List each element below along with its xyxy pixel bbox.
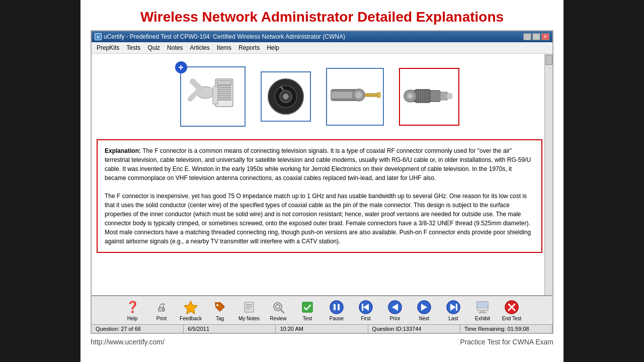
menu-articles[interactable]: Articles: [187, 43, 212, 52]
page-title: Wireless Network Administrator Detailed …: [80, 0, 564, 30]
menu-items[interactable]: Items: [214, 43, 234, 52]
print-label: Print: [156, 316, 167, 321]
svg-rect-63: [477, 302, 488, 308]
exhibit-button[interactable]: Exhibit: [469, 298, 496, 322]
next-button[interactable]: Next: [411, 298, 438, 322]
title-bar-controls: _ □ ✕: [523, 33, 549, 40]
connector-image-1[interactable]: [180, 66, 246, 127]
app-window: u uCertify - Predefined Test of CPW0-104…: [91, 30, 553, 334]
explanation-box: Explanation: The F connector is a common…: [97, 139, 542, 253]
svg-rect-38: [447, 94, 452, 99]
page-footer: http://www.ucertify.com/ Practice Test f…: [80, 334, 564, 350]
connector-image-4[interactable]: [399, 68, 459, 126]
review-label: Review: [270, 316, 287, 321]
prior-button[interactable]: Prior: [381, 298, 409, 322]
menu-reports[interactable]: Reports: [235, 43, 263, 52]
svg-rect-50: [334, 304, 336, 310]
feedback-icon: [183, 299, 199, 315]
toolbar: ❓ Help 🖨 Print Feedback: [92, 295, 552, 324]
connector-image-2[interactable]: [261, 71, 311, 122]
svg-point-17: [283, 94, 288, 99]
app-icon: u: [95, 33, 102, 40]
fconnector-svg: [403, 70, 455, 123]
mynotes-icon: [241, 299, 257, 315]
help-label: Help: [127, 316, 138, 321]
endtest-button[interactable]: End Test: [498, 298, 525, 322]
ntype-svg: [263, 74, 308, 119]
print-button[interactable]: 🖨 Print: [148, 298, 175, 322]
close-button[interactable]: ✕: [541, 33, 549, 40]
menu-notes[interactable]: Notes: [164, 43, 186, 52]
last-icon: [445, 299, 461, 315]
scrollbar-thumb[interactable]: [545, 55, 552, 65]
menu-quiz[interactable]: Quiz: [144, 43, 163, 52]
svg-rect-51: [338, 304, 340, 310]
help-button[interactable]: ❓ Help: [119, 298, 146, 322]
ntype-components-svg: [329, 70, 381, 123]
endtest-icon: [504, 299, 520, 315]
svg-rect-1: [217, 80, 231, 84]
pause-icon: [329, 299, 345, 315]
svg-line-47: [281, 310, 284, 313]
tag-label: Tag: [216, 316, 224, 321]
menu-bar: PrepKits Tests Quiz Notes Articles Items…: [92, 42, 552, 54]
first-label: First: [361, 316, 370, 321]
connector-4-wrapper: [399, 68, 459, 126]
svg-point-22: [355, 92, 362, 99]
explanation-para-2: The F connector is inexpensive, yet has …: [105, 192, 534, 246]
footer-url: http://www.ucertify.com/: [91, 338, 165, 346]
explanation-label: Explanation:: [105, 147, 141, 154]
exhibit-label: Exhibit: [475, 316, 490, 321]
svg-rect-41: [245, 302, 254, 312]
svg-point-40: [216, 304, 218, 306]
scrollbar[interactable]: [544, 54, 552, 295]
test-button[interactable]: Test: [294, 298, 321, 322]
svg-rect-5: [217, 91, 231, 93]
connector-3-wrapper: [326, 68, 384, 126]
maximize-button[interactable]: □: [532, 33, 540, 40]
svg-rect-24: [377, 93, 380, 98]
svg-point-46: [276, 305, 280, 309]
svg-rect-61: [456, 304, 457, 311]
menu-tests[interactable]: Tests: [123, 43, 143, 52]
print-icon: 🖨: [153, 299, 170, 315]
feedback-button[interactable]: Feedback: [177, 298, 204, 322]
mynotes-label: My Notes: [238, 316, 260, 321]
next-label: Next: [419, 316, 430, 321]
explanation-para-1: Explanation: The F connector is a common…: [105, 146, 534, 183]
mynotes-button[interactable]: My Notes: [235, 298, 263, 322]
tag-icon: [212, 299, 228, 315]
exhibit-icon: [474, 299, 491, 315]
svg-rect-2: [217, 85, 231, 86]
svg-rect-7: [217, 95, 231, 97]
status-bar: Question: 27 of 66 6/5/2011 10:20 AM Que…: [92, 324, 552, 333]
plus-icon: +: [175, 61, 187, 73]
svg-rect-53: [362, 304, 363, 311]
svg-rect-3: [217, 87, 231, 88]
svg-rect-8: [217, 97, 231, 99]
tag-button[interactable]: Tag: [206, 298, 233, 322]
prior-label: Prior: [389, 316, 400, 321]
first-icon: [358, 299, 374, 315]
connector-image-3[interactable]: [326, 68, 384, 126]
endtest-label: End Test: [502, 316, 522, 321]
content-area: +: [92, 54, 552, 295]
feedback-label: Feedback: [180, 316, 202, 321]
svg-rect-23: [365, 94, 379, 97]
menu-prepkits[interactable]: PrepKits: [94, 43, 122, 52]
connector-1-wrapper: +: [180, 66, 246, 127]
rj45-svg: [185, 71, 240, 122]
last-button[interactable]: Last: [440, 298, 467, 322]
connector-2-wrapper: [261, 71, 311, 122]
status-question: Question: 27 of 66: [92, 325, 184, 333]
review-button[interactable]: Review: [265, 298, 292, 322]
first-button[interactable]: First: [352, 298, 379, 322]
minimize-button[interactable]: _: [523, 33, 531, 40]
pause-button[interactable]: Pause: [323, 298, 350, 322]
menu-help[interactable]: Help: [264, 43, 282, 52]
svg-rect-48: [302, 302, 312, 312]
explanation-text-1: The F connector is a common means of con…: [105, 147, 531, 182]
svg-line-12: [190, 89, 200, 99]
title-bar-left: u uCertify - Predefined Test of CPW0-104…: [95, 33, 345, 40]
test-icon: [299, 299, 315, 315]
